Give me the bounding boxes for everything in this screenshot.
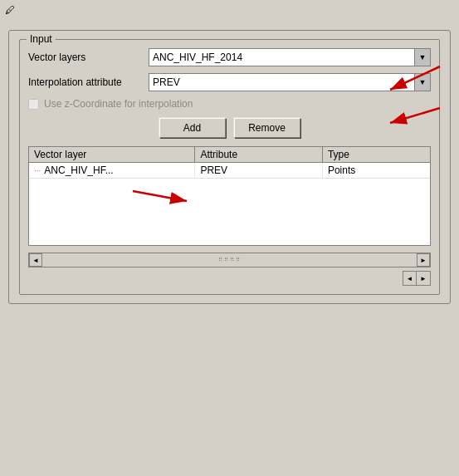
table-row: ··· ANC_HIV_HF... PREV Points: [29, 163, 430, 179]
vector-layers-select-wrapper[interactable]: ANC_HIV_HF_2014 ▼: [149, 48, 431, 66]
table-body: ··· ANC_HIV_HF... PREV Points: [29, 163, 430, 229]
vector-layers-row: Vector layers ANC_HIV_HF_2014 ▼: [28, 48, 431, 66]
scroll-dots: ⠿⠿⠿⠿: [218, 257, 242, 263]
z-coordinate-label: Use z-Coordinate for interpolation: [44, 98, 193, 110]
th-type: Type: [323, 147, 430, 162]
interpolation-select[interactable]: PREV: [149, 73, 431, 91]
vector-layers-select[interactable]: ANC_HIV_HF_2014: [149, 48, 431, 66]
vector-layers-label: Vector layers: [28, 52, 149, 63]
th-attribute: Attribute: [195, 147, 323, 162]
bottom-scrollbar: ◄ ⠿⠿⠿⠿ ►: [28, 253, 431, 267]
app-icon: 🖊: [5, 4, 23, 22]
td-type: Points: [323, 163, 430, 178]
button-row: Add Remove: [28, 118, 431, 138]
remove-button[interactable]: Remove: [234, 118, 300, 138]
layer-table: Vector layer Attribute Type ··· ANC_HIV_…: [28, 146, 431, 246]
table-header: Vector layer Attribute Type: [29, 147, 430, 163]
z-coordinate-checkbox[interactable]: [28, 99, 39, 110]
scroll-up-btn[interactable]: ◄: [403, 272, 417, 285]
main-container: Input Vector layers ANC_HIV_HF_2014 ▼ In…: [8, 30, 451, 304]
scroll-right-btn[interactable]: ►: [417, 253, 430, 267]
toolbar: 🖊: [0, 0, 459, 27]
right-scroll-buttons: ◄ ►: [28, 271, 431, 286]
z-coordinate-row: Use z-Coordinate for interpolation: [28, 98, 431, 110]
td-vector: ··· ANC_HIV_HF...: [29, 163, 195, 178]
interpolation-select-wrapper[interactable]: PREV ▼: [149, 73, 431, 91]
interpolation-label: Interpolation attribute: [28, 76, 149, 88]
group-title: Input: [27, 33, 56, 45]
add-button[interactable]: Add: [159, 118, 226, 138]
interpolation-row: Interpolation attribute PREV ▼: [28, 73, 431, 91]
scroll-track-bottom[interactable]: ⠿⠿⠿⠿: [42, 253, 417, 267]
row-icon: ···: [34, 166, 41, 175]
input-group: Input Vector layers ANC_HIV_HF_2014 ▼ In…: [19, 39, 440, 295]
th-vector: Vector layer: [29, 147, 195, 162]
td-attribute: PREV: [195, 163, 323, 178]
scroll-down-btn[interactable]: ►: [417, 272, 430, 285]
scroll-left-btn[interactable]: ◄: [29, 253, 42, 267]
